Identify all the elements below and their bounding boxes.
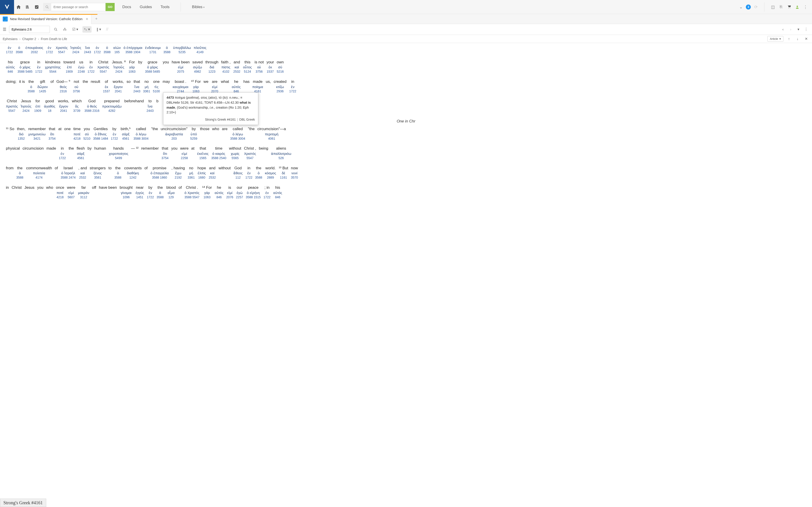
strongs-number[interactable]: 3361 xyxy=(143,89,150,94)
word-column[interactable]: ὁ3588 xyxy=(16,45,23,55)
word-column[interactable]: theὁ3588 xyxy=(28,79,35,94)
word-column[interactable]: Jesus xyxy=(24,185,35,200)
strongs-number[interactable]: 3588 5485 xyxy=(145,69,160,74)
article-dropdown[interactable]: Article▾ xyxy=(767,36,783,42)
word-column[interactable]: Godὁ θεός3588 2316 xyxy=(85,99,99,113)
word-column[interactable]: at xyxy=(58,126,61,141)
word-column[interactable]: handsχειροποίητος5499 xyxy=(109,146,128,160)
word-column[interactable]: Godἄθεος112 xyxy=(233,165,243,180)
nav-forward-icon[interactable]: › xyxy=(788,26,794,33)
strongs-number[interactable]: 2424 xyxy=(115,69,122,74)
strongs-number[interactable]: 2424 xyxy=(22,109,30,113)
strongs-number[interactable]: 1722 xyxy=(35,69,42,74)
word-column[interactable]: you xyxy=(171,146,177,160)
word-column[interactable]: birth,ᵇσάρξ4561 xyxy=(120,126,131,141)
strongs-number[interactable]: 5544 xyxy=(49,69,56,74)
strongs-number[interactable]: 4102 xyxy=(222,69,229,74)
strongs-number[interactable]: 2424 xyxy=(72,50,79,55)
word-column[interactable]: what xyxy=(221,79,229,94)
strongs-number[interactable]: 165 xyxy=(114,50,120,55)
word-column[interactable]: andκαί2532 xyxy=(233,60,240,74)
word-column[interactable]: JesusἸησοῦς2424 xyxy=(20,99,32,113)
word-column[interactable]: Christ .ὁ Χριστός3588 5547 xyxy=(185,185,199,200)
word-column[interactable]: ἐν1722 xyxy=(6,45,13,55)
word-column[interactable]: b xyxy=(156,99,158,113)
breadcrumb-book[interactable]: Ephesians xyxy=(3,37,17,41)
word-column[interactable]: of xyxy=(51,79,54,94)
word-column[interactable]: ChristΧριστός5547 xyxy=(6,99,18,113)
strongs-number[interactable]: 4218 xyxy=(57,195,64,200)
strongs-number[interactable]: 5259 xyxy=(190,136,197,141)
strongs-number[interactable]: 5547 xyxy=(247,156,254,161)
strongs-number[interactable]: 3756 xyxy=(73,89,80,94)
checklist-icon[interactable] xyxy=(32,0,41,14)
strongs-number[interactable]: 1722 xyxy=(46,50,53,55)
word-column[interactable]: in xyxy=(6,185,9,200)
strongs-number[interactable]: 5124 xyxy=(244,69,251,74)
strongs-number[interactable]: 2532 xyxy=(233,69,240,74)
word-column[interactable]: thatἵνα2443 xyxy=(133,79,140,94)
strongs-number[interactable]: 1722 xyxy=(245,175,252,180)
strongs-number[interactable]: 2316 xyxy=(60,89,67,94)
word-column[interactable]: createdκτίζω2936 xyxy=(274,79,287,94)
strongs-number[interactable]: 3588 xyxy=(157,195,164,200)
strongs-number[interactable]: 3112 xyxy=(80,195,87,200)
strongs-number[interactable]: 2192 xyxy=(175,175,182,180)
word-column[interactable]: graceὁ χάρις3588 5485 xyxy=(145,60,160,74)
word-column[interactable]: theὁ3588 xyxy=(114,165,121,180)
word-column[interactable]: ofἐκ1537 xyxy=(103,79,110,94)
strongs-number[interactable]: 3756 xyxy=(256,69,263,74)
word-column[interactable]: the xyxy=(69,146,74,160)
word-column[interactable]: of xyxy=(179,185,182,200)
word-column[interactable]: it is xyxy=(19,79,25,94)
strongs-number[interactable]: 1722 xyxy=(59,156,66,161)
word-column[interactable]: Jesus. ⁸Ἰησοῦς2424 xyxy=(112,60,126,74)
word-column[interactable]: farμακράν3112 xyxy=(78,185,89,200)
strongs-number[interactable]: 3588 1484 xyxy=(93,136,108,141)
strongs-number[interactable]: 5565 xyxy=(232,156,239,161)
word-column[interactable]: "the xyxy=(151,126,158,141)
strongs-number[interactable]: 1161 xyxy=(280,175,287,180)
strongs-number[interactable]: 3588 1515 xyxy=(246,195,261,200)
go-button[interactable]: GO xyxy=(106,3,115,11)
word-column[interactable]: ¹⁴ Forγάρ1063 xyxy=(202,185,212,200)
strongs-number[interactable]: 1352 xyxy=(18,136,25,141)
strongs-number[interactable]: 5499 xyxy=(115,156,122,161)
strongs-number[interactable]: 1722 xyxy=(111,136,118,141)
strongs-number[interactable]: 3754 xyxy=(161,156,168,161)
word-column[interactable]: at xyxy=(191,146,194,160)
word-column[interactable]: ἐν1722 xyxy=(94,45,101,55)
word-column[interactable]: thatὅτι3754 xyxy=(48,126,55,141)
word-column[interactable]: bloodαἷμα129 xyxy=(166,185,176,200)
word-column[interactable]: has xyxy=(243,79,249,94)
word-column[interactable]: you xyxy=(37,185,43,200)
word-column[interactable]: usἐγώ2248 xyxy=(78,60,85,74)
strongs-number[interactable]: 203 xyxy=(171,136,177,141)
word-column[interactable]: of xyxy=(55,165,58,180)
strongs-number[interactable]: 4561 xyxy=(122,136,129,141)
columns-dropdown[interactable]: ‖ ▾ xyxy=(94,26,103,33)
word-column[interactable]: thatἐκεῖνος1565 xyxy=(197,146,208,160)
word-column[interactable]: who xyxy=(212,126,219,141)
strongs-number[interactable]: 3421 xyxy=(34,136,41,141)
word-column[interactable]: whichὅς3739 xyxy=(72,99,82,113)
word-column[interactable]: works,ἔργον2041 xyxy=(58,99,69,113)
word-column[interactable]: boast .καυχάομαι2744 xyxy=(173,79,188,94)
word-column[interactable]: madeποίημα4161 xyxy=(252,79,263,94)
strongs-number[interactable]: 3588 1904 xyxy=(125,50,140,55)
app-logo[interactable] xyxy=(0,0,14,14)
word-column[interactable]: by xyxy=(88,146,92,160)
notification-badge[interactable]: 3 xyxy=(746,5,751,9)
word-column[interactable]: Ἰησοῦς2424 xyxy=(70,45,81,55)
strongs-number[interactable]: 846 xyxy=(8,69,13,74)
strongs-number[interactable]: 1909 xyxy=(34,109,41,113)
more-icon[interactable]: ⋮ xyxy=(802,4,809,10)
nav-docs[interactable]: Docs xyxy=(121,3,132,11)
strongs-number[interactable]: 1731 xyxy=(149,50,156,55)
word-column[interactable]: fleshσάρξ4561 xyxy=(77,146,85,160)
word-column[interactable]: beforehand xyxy=(124,99,144,113)
strongs-number[interactable]: 2041 xyxy=(60,109,67,113)
strongs-number[interactable]: 2532 xyxy=(209,175,216,180)
word-column[interactable]: — ¹² xyxy=(131,146,139,160)
panel-more-icon[interactable]: ⋮ xyxy=(803,26,809,33)
